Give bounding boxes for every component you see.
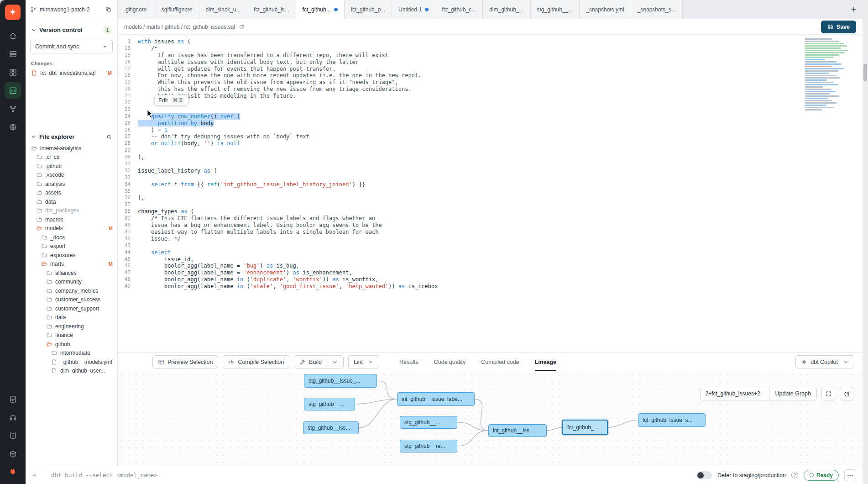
lint-button[interactable]: Lint — [348, 355, 379, 368]
storage-icon[interactable] — [5, 46, 21, 62]
file-tab[interactable]: fct_github... — [296, 0, 345, 19]
tree-item[interactable]: company_metrics — [30, 286, 113, 295]
code-line[interactable]: 46 boolor_agg(label_name = 'bug') as is_… — [118, 263, 863, 269]
code-line[interactable]: 30), — [118, 154, 863, 161]
code-line[interactable]: 44 select — [118, 249, 863, 256]
code-line[interactable]: 23 — [118, 106, 863, 113]
code-line[interactable]: 37 — [118, 201, 863, 208]
code-line[interactable]: 17 will get updates for events that happ… — [118, 66, 863, 73]
code-line[interactable]: 39 /* This CTE flattens the different is… — [118, 215, 863, 222]
develop-ide-icon[interactable] — [5, 82, 21, 99]
home-icon[interactable] — [5, 27, 21, 44]
changed-file-item[interactable]: fct_dbt_invocations.sqlM — [30, 69, 113, 77]
build-button[interactable]: Build — [294, 355, 344, 368]
code-line[interactable]: 38change_types as ( — [118, 208, 863, 215]
code-line[interactable]: 16 multiple issues with identical body t… — [118, 59, 863, 66]
dbt-logo[interactable] — [5, 5, 21, 20]
panel-tab-results[interactable]: Results — [399, 353, 418, 371]
tree-item[interactable]: .vscode — [30, 171, 113, 180]
tree-item[interactable]: data — [30, 313, 113, 322]
version-control-header[interactable]: Version control 1 — [30, 24, 113, 36]
lineage-node[interactable]: stg_github__... — [400, 416, 457, 429]
code-line[interactable]: 33 — [118, 174, 863, 181]
expand-command-bar-icon[interactable] — [29, 470, 39, 480]
save-button[interactable]: Save — [821, 21, 856, 33]
code-line[interactable]: 22 — [118, 100, 863, 106]
fullscreen-button[interactable] — [821, 387, 835, 400]
code-line[interactable]: 49 boolor_agg(label_name in ('stale', 'g… — [118, 283, 863, 290]
lineage-node[interactable]: int_github__iss... — [488, 424, 547, 437]
tree-item[interactable]: modelsM — [30, 224, 113, 233]
scrollbar-thumb[interactable] — [863, 64, 867, 81]
code-line[interactable]: 41 easiest way to flatten multiple label… — [118, 229, 863, 236]
code-line[interactable]: 42 issue. */ — [118, 236, 863, 242]
code-line[interactable]: 43 — [118, 242, 863, 249]
code-line[interactable]: 25 partition by body — [118, 120, 863, 127]
file-tab[interactable]: dim_github_... — [483, 0, 530, 19]
tree-item[interactable]: intermediate — [30, 349, 113, 358]
tree-item[interactable]: _github__models.yml — [30, 358, 113, 367]
code-line[interactable]: 18 For now, choose the one with more rec… — [118, 72, 863, 79]
file-tab[interactable]: _snapshots_s... — [631, 0, 683, 19]
lineage-node[interactable]: fct_github_... — [562, 420, 608, 435]
dbt-copilot-button[interactable]: dbt Copilot — [795, 355, 854, 368]
tree-item[interactable]: martsM — [30, 260, 113, 269]
tree-item[interactable]: github — [30, 340, 113, 349]
tree-item[interactable]: community — [30, 278, 113, 287]
panel-tab-compiled-code[interactable]: Compiled code — [481, 353, 519, 371]
code-line[interactable]: 27 -- don't try deduping issues with no … — [118, 133, 863, 140]
tree-item[interactable]: data — [30, 197, 113, 206]
docs-book-icon[interactable] — [5, 427, 21, 444]
lineage-node[interactable]: stg_github__re... — [400, 440, 457, 452]
file-tab[interactable]: fct_github_is... — [247, 0, 296, 19]
file-tab[interactable]: stg_github__... — [531, 0, 580, 19]
compile-selection-button[interactable]: Compile Selection — [223, 355, 289, 368]
tree-item[interactable]: finance — [30, 331, 113, 340]
changelog-icon[interactable] — [5, 391, 21, 407]
code-line[interactable]: 32issue_label_history as ( — [118, 168, 863, 174]
commit-and-sync-button[interactable]: Commit and sync — [30, 40, 113, 53]
git-branch-row[interactable]: mirnawong1-patch-2 — [26, 0, 117, 19]
packages-cube-icon[interactable] — [5, 446, 21, 462]
tree-item[interactable]: exposures — [30, 251, 113, 260]
lineage-node[interactable]: int_github__issue_labe... — [397, 392, 475, 406]
tree-item[interactable]: _docs — [30, 233, 113, 242]
code-line[interactable]: 40 issue has a bug or enhancement label.… — [118, 222, 863, 229]
tree-item[interactable]: export — [30, 242, 113, 251]
code-line[interactable]: 34 select * from {{ ref('int_github__iss… — [118, 181, 863, 188]
file-tab[interactable]: _snapshots.yml — [580, 0, 631, 19]
lineage-selector-input[interactable] — [701, 387, 769, 400]
tree-item[interactable]: .ci_cd — [30, 153, 113, 162]
tree-item[interactable]: macros — [30, 215, 113, 224]
file-tab[interactable]: .sqlfluffignore — [153, 0, 199, 19]
code-line[interactable]: 47 boolor_agg(label_name = 'enhancement'… — [118, 269, 863, 276]
file-actions-icon[interactable] — [239, 24, 245, 30]
refresh-graph-button[interactable] — [840, 387, 853, 400]
file-tab[interactable]: .gitignore — [118, 0, 153, 19]
tree-item[interactable]: dim_github_user... — [30, 367, 113, 374]
dbt-command-input[interactable]: dbt build --select <model_name> — [51, 472, 157, 479]
status-ready-badge[interactable]: Ready — [804, 470, 839, 481]
panel-tab-code-quality[interactable]: Code quality — [434, 353, 466, 371]
code-line[interactable]: 28 or nullif(body, '') is null — [118, 140, 863, 147]
tree-item[interactable]: customer_support — [30, 304, 113, 313]
code-line[interactable]: 15 If an issue has been transferred to a… — [118, 52, 863, 59]
code-line[interactable]: 26 ) = 1 — [118, 127, 863, 134]
panel-tab-lineage[interactable]: Lineage — [535, 353, 556, 371]
tree-item[interactable]: analysis — [30, 179, 113, 189]
file-tab[interactable]: fct_github_p... — [345, 0, 392, 19]
defer-toggle[interactable] — [696, 471, 712, 479]
search-icon[interactable] — [106, 134, 112, 140]
code-editor[interactable]: 1with issues as (13 /*15 If an issue has… — [118, 35, 863, 352]
file-tab[interactable]: fct_github_c... — [435, 0, 483, 19]
help-icon[interactable]: ? — [791, 472, 798, 479]
apps-grid-icon[interactable] — [5, 64, 21, 80]
tree-item[interactable]: dbt_packages — [30, 206, 113, 216]
code-line[interactable]: 21 Let's revisit this modeling in the fu… — [118, 93, 863, 100]
new-tab-button[interactable] — [844, 0, 863, 19]
tree-item[interactable]: internal-analytics — [30, 144, 113, 153]
code-line[interactable]: 20 this has the effect of removing the n… — [118, 86, 863, 93]
file-tab[interactable]: dim_slack_u... — [199, 0, 248, 19]
code-line[interactable]: 48 boolor_agg(label_name in ('duplicate'… — [118, 276, 863, 283]
copy-branch-button[interactable] — [104, 5, 113, 14]
